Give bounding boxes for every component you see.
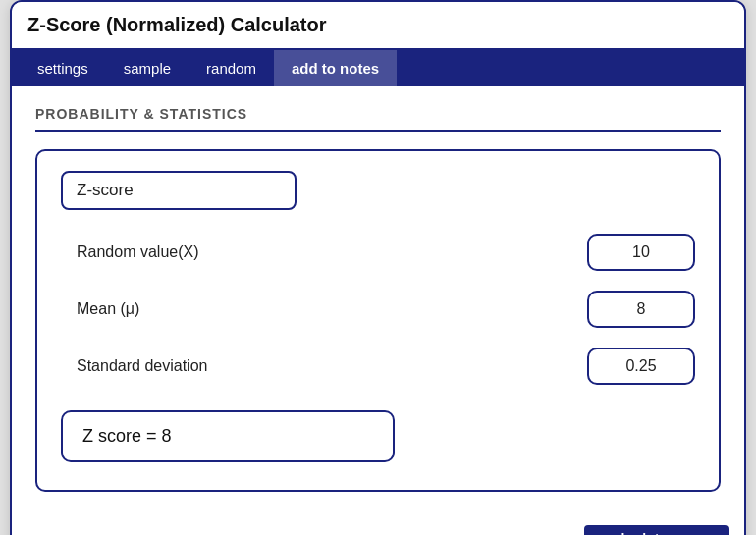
field-input-std-dev[interactable] xyxy=(587,348,695,385)
field-label-random-value: Random value(X) xyxy=(77,243,587,261)
tab-bar: settings sample random add to notes xyxy=(12,50,744,86)
field-label-std-dev: Standard deviation xyxy=(77,357,587,375)
tab-settings[interactable]: settings xyxy=(20,50,106,86)
field-row-std-dev: Standard deviation xyxy=(61,348,695,385)
tab-random[interactable]: random xyxy=(189,50,274,86)
field-input-mean[interactable] xyxy=(587,291,695,328)
tab-add-to-notes[interactable]: add to notes xyxy=(274,50,397,86)
field-row-random-value: Random value(X) xyxy=(61,234,695,271)
window-title: Z-Score (Normalized) Calculator xyxy=(27,14,327,35)
brand-label: ncalculators.com xyxy=(584,525,729,535)
tab-sample[interactable]: sample xyxy=(106,50,189,86)
field-row-mean: Mean (μ) xyxy=(61,291,695,328)
field-label-mean: Mean (μ) xyxy=(77,300,587,318)
calculator-name-input[interactable] xyxy=(61,171,297,210)
title-bar: Z-Score (Normalized) Calculator xyxy=(12,2,744,50)
calculator-box: Random value(X) Mean (μ) Standard deviat… xyxy=(35,149,721,492)
main-content: PROBABILITY & STATISTICS Random value(X)… xyxy=(12,86,744,515)
section-label: PROBABILITY & STATISTICS xyxy=(35,106,721,132)
field-input-random-value[interactable] xyxy=(587,234,695,271)
calculator-window: Z-Score (Normalized) Calculator settings… xyxy=(10,0,746,535)
result-display: Z score = 8 xyxy=(61,410,395,462)
footer: ncalculators.com xyxy=(12,515,744,535)
